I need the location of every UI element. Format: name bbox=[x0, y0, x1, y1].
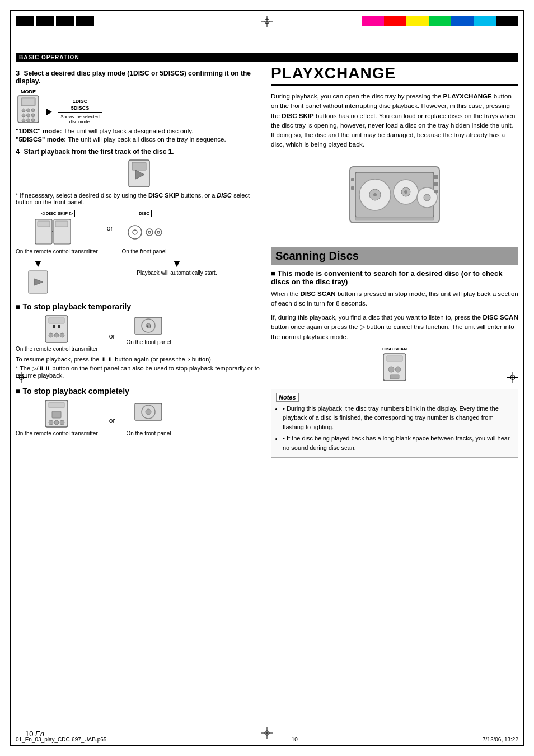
corner-tr bbox=[524, 6, 528, 10]
disc-scan-label: DISC SCAN bbox=[271, 346, 518, 351]
disc-label-box: DISC bbox=[137, 210, 152, 217]
stop-complete-front-icon bbox=[134, 399, 163, 428]
mode-label: MODE bbox=[21, 89, 36, 95]
svg-rect-14 bbox=[22, 99, 34, 105]
stop-temp-remote-caption: On the remote control transmitter bbox=[16, 345, 98, 353]
color-block-cyan bbox=[474, 16, 496, 26]
svg-point-58 bbox=[146, 409, 151, 415]
caption-on-front: On the front panel bbox=[121, 248, 166, 255]
svg-rect-73 bbox=[351, 186, 354, 190]
stop-complete-device-row: On the remote control transmitter or On … bbox=[16, 399, 262, 437]
svg-point-36 bbox=[155, 229, 162, 236]
svg-rect-71 bbox=[434, 190, 438, 193]
scanning-body1: When the DISC SCAN button is pressed in … bbox=[271, 289, 518, 309]
step3-section: 3 Select a desired disc play mode (1DISC… bbox=[16, 69, 262, 143]
playback-auto-text: Playback will automatically start. bbox=[137, 270, 217, 276]
or-label-step4: or bbox=[107, 224, 113, 232]
arrow-right-step3 bbox=[46, 97, 52, 115]
resume-text: To resume playback, press the ⏸⏸ button … bbox=[16, 356, 262, 363]
page-num-suffix: En bbox=[35, 730, 44, 738]
caption-on-remote: On the remote control transmitter bbox=[16, 248, 98, 255]
step4-arrow-right: ▼ Playback will automatically start. bbox=[92, 257, 262, 294]
svg-text:⏯: ⏯ bbox=[146, 323, 151, 329]
scanning-section: Scanning Discs This mode is convenient t… bbox=[271, 247, 518, 458]
disc-skip-bold: DISC SKIP bbox=[148, 192, 179, 199]
svg-point-22 bbox=[27, 119, 30, 122]
stop-temp-remote-icon: ⏸⏸ bbox=[43, 314, 70, 344]
disc-mode-display: 1DISC5DISCS Shows the selected disc mode… bbox=[58, 98, 102, 124]
svg-point-32 bbox=[128, 226, 142, 239]
right-column: PLAYXCHANGE During playback, you can ope… bbox=[271, 64, 518, 728]
svg-rect-69 bbox=[434, 175, 438, 179]
svg-point-23 bbox=[31, 119, 35, 122]
notes-item-1: • During this playback, the disc tray nu… bbox=[283, 404, 513, 432]
stop-temp-front-caption: On the front panel bbox=[126, 339, 171, 346]
playxchange-title: PLAYXCHANGE bbox=[271, 64, 518, 86]
step4-section: 4 Start playback from the first track of… bbox=[16, 147, 262, 294]
svg-text:⏸⏸: ⏸⏸ bbox=[51, 324, 62, 330]
svg-point-63 bbox=[373, 193, 377, 196]
svg-rect-51 bbox=[49, 402, 64, 408]
svg-point-66 bbox=[404, 190, 407, 194]
svg-point-19 bbox=[27, 114, 30, 117]
stop-temp-front: ⏯ On the front panel bbox=[126, 314, 171, 346]
front-panel-disc-icon bbox=[125, 218, 163, 246]
svg-rect-41 bbox=[49, 318, 64, 323]
front-panel-disc: DISC On the front panel bbox=[121, 210, 166, 255]
svg-point-33 bbox=[133, 230, 137, 234]
svg-point-21 bbox=[22, 119, 25, 122]
svg-point-78 bbox=[395, 367, 401, 372]
stop-complete-heading: To stop playback completely bbox=[16, 387, 262, 396]
playxchange-bold: PLAYXCHANGE bbox=[443, 93, 491, 100]
stop-complete-remote-icon bbox=[43, 399, 70, 428]
page-border-top bbox=[10, 10, 524, 11]
mode1-label: "1DISC" mode: bbox=[16, 128, 62, 134]
top-color-bar-left bbox=[16, 16, 94, 26]
step4-diagram-row: ◁ DISC SKIP ▷ On the remote control tran… bbox=[16, 210, 262, 255]
svg-point-54 bbox=[54, 420, 59, 425]
stop-temp-device-row: ⏸⏸ On the remote control transmitter or … bbox=[16, 314, 262, 353]
svg-point-68 bbox=[424, 194, 430, 201]
footer-date: 7/12/06, 13:22 bbox=[483, 736, 518, 743]
footer-page-num: 10 bbox=[292, 736, 298, 743]
header-bar: BASIC OPERATION bbox=[16, 53, 518, 62]
disc-italic-bold: DISC bbox=[217, 192, 231, 199]
mode1-desc: The unit will play back a designated dis… bbox=[63, 128, 193, 134]
step4-remote-play bbox=[127, 159, 152, 188]
svg-point-53 bbox=[49, 420, 53, 425]
notes-list: • During this playback, the disc tray nu… bbox=[276, 404, 513, 453]
color-block-yellow bbox=[406, 16, 429, 26]
step3-heading-text: Select a desired disc play mode (1DISC o… bbox=[16, 69, 251, 85]
stop-complete-front-caption: On the front panel bbox=[126, 430, 171, 437]
svg-rect-72 bbox=[351, 178, 354, 181]
svg-point-37 bbox=[157, 231, 160, 233]
step4-heading: 4 Start playback from the first track of… bbox=[16, 147, 262, 156]
remote-disc-skip: ◁ DISC SKIP ▷ On the remote control tran… bbox=[16, 210, 98, 255]
top-color-bar-right bbox=[362, 16, 518, 26]
svg-point-20 bbox=[31, 114, 35, 117]
stop-temp-front-icon: ⏯ bbox=[134, 314, 163, 337]
page-footer: 01_En_03_play_CDC-697_UAB.p65 10 7/12/06… bbox=[16, 736, 518, 743]
down-arrow-left: ▼ bbox=[33, 259, 43, 269]
svg-rect-79 bbox=[390, 375, 399, 379]
svg-rect-28 bbox=[38, 221, 50, 227]
playxchange-section: PLAYXCHANGE During playback, you can ope… bbox=[271, 64, 518, 238]
scanning-subsection: This mode is convenient to search for a … bbox=[271, 269, 518, 286]
svg-point-77 bbox=[388, 367, 394, 372]
stop-complete-remote-caption: On the remote control transmitter bbox=[16, 430, 98, 437]
color-block-red bbox=[384, 16, 406, 26]
asterisk-stop-note: * The ▷/⏸⏸ button on the front panel can… bbox=[16, 365, 262, 379]
svg-point-15 bbox=[22, 109, 25, 112]
cd-changer-svg bbox=[339, 156, 451, 237]
corner-bl bbox=[6, 746, 10, 750]
cd-changer-container bbox=[271, 156, 518, 238]
svg-rect-74 bbox=[355, 217, 434, 220]
step3-heading: 3 Select a desired disc play mode (1DISC… bbox=[16, 69, 262, 85]
main-content: 3 Select a desired disc play mode (1DISC… bbox=[16, 64, 518, 728]
stop-complete-section: To stop playback completely On the remot… bbox=[16, 387, 262, 437]
disc-skip-bold: DISC SKIP bbox=[282, 112, 314, 119]
disc-skip-label-box: ◁ DISC SKIP ▷ bbox=[39, 210, 74, 217]
scanning-title: Scanning Discs bbox=[271, 247, 518, 265]
stop-complete-remote: On the remote control transmitter bbox=[16, 399, 98, 437]
step4-asterisk-note: * If necessary, select a desired disc by… bbox=[16, 192, 262, 205]
